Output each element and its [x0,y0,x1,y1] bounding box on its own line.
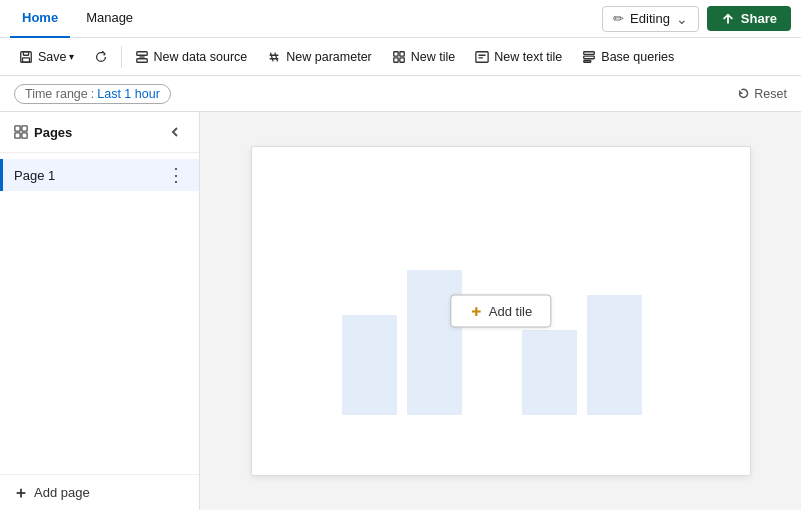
chart-bar-4 [587,295,642,415]
svg-rect-14 [15,126,20,131]
time-range-separator: : [91,87,94,101]
top-bar-actions: Editing Share [602,6,791,32]
share-label: Share [741,11,777,26]
svg-rect-6 [394,51,398,55]
time-range-filter[interactable]: Time range : Last 1 hour [14,84,171,104]
svg-rect-9 [400,57,404,61]
sidebar-title: Pages [34,125,72,140]
svg-rect-1 [23,51,28,55]
svg-rect-2 [23,57,30,61]
svg-rect-11 [584,51,595,54]
save-label: Save [38,50,67,64]
collapse-sidebar-button[interactable] [165,122,185,142]
parameter-icon [267,50,281,64]
share-button[interactable]: Share [707,6,791,31]
new-parameter-button[interactable]: New parameter [258,42,380,72]
new-data-source-label: New data source [154,50,248,64]
reset-button[interactable]: Reset [737,87,787,101]
svg-rect-16 [15,133,20,138]
svg-rect-10 [476,51,488,62]
toolbar: Save ▾ New data source New parameter New… [0,38,801,76]
reset-label: Reset [754,87,787,101]
svg-rect-8 [394,57,398,61]
add-tile-plus-icon [469,304,483,318]
data-source-icon [135,50,149,64]
tab-home[interactable]: Home [10,0,70,38]
text-tile-icon [475,50,489,64]
new-parameter-label: New parameter [286,50,371,64]
page-1-label: Page 1 [14,168,55,183]
sidebar-header: Pages [0,112,199,153]
svg-rect-3 [136,51,147,55]
chart-bar-2 [407,270,462,415]
refresh-button[interactable] [85,42,117,72]
collapse-icon [167,124,183,140]
save-caret: ▾ [69,51,74,62]
chevron-down-icon [676,11,688,27]
sidebar-pages: Page 1 ⋮ [0,153,199,474]
pencil-icon [613,11,624,26]
svg-rect-12 [584,56,595,59]
canvas-area: Add tile [200,112,801,510]
base-queries-icon [582,50,596,64]
new-text-tile-button[interactable]: New text tile [466,42,571,72]
svg-rect-17 [22,133,27,138]
top-bar: Home Manage Editing Share [0,0,801,38]
add-page-label: Add page [34,485,90,500]
refresh-icon [94,50,108,64]
add-page-icon [14,486,28,500]
pages-icon [14,125,28,139]
reset-icon [737,87,750,100]
editing-button[interactable]: Editing [602,6,699,32]
new-text-tile-label: New text tile [494,50,562,64]
base-queries-label: Base queries [601,50,674,64]
new-tile-label: New tile [411,50,455,64]
new-tile-icon [392,50,406,64]
main-layout: Pages Page 1 ⋮ Add page [0,112,801,510]
svg-rect-13 [584,60,591,62]
save-icon [19,50,33,64]
page-options-button[interactable]: ⋮ [167,166,185,184]
sidebar: Pages Page 1 ⋮ Add page [0,112,200,510]
new-tile-button[interactable]: New tile [383,42,464,72]
chart-bar-3 [522,330,577,415]
svg-rect-4 [136,58,147,62]
add-tile-label: Add tile [489,304,532,319]
add-tile-button[interactable]: Add tile [450,295,551,328]
time-range-label: Time range [25,87,88,101]
sidebar-title-group: Pages [14,125,72,140]
base-queries-button[interactable]: Base queries [573,42,683,72]
time-range-value: Last 1 hour [97,87,160,101]
new-data-source-button[interactable]: New data source [126,42,257,72]
canvas-page: Add tile [251,146,751,476]
editing-label: Editing [630,11,670,26]
tab-manage[interactable]: Manage [74,0,145,38]
share-icon [721,12,735,26]
save-button[interactable]: Save ▾ [10,42,83,72]
add-page-button[interactable]: Add page [14,485,90,500]
svg-rect-15 [22,126,27,131]
svg-rect-7 [400,51,404,55]
sidebar-footer: Add page [0,474,199,510]
chart-bar-1 [342,315,397,415]
sidebar-item-page1[interactable]: Page 1 ⋮ [0,159,199,191]
tab-group: Home Manage [10,0,145,38]
divider-1 [121,46,122,68]
filter-bar: Time range : Last 1 hour Reset [0,76,801,112]
